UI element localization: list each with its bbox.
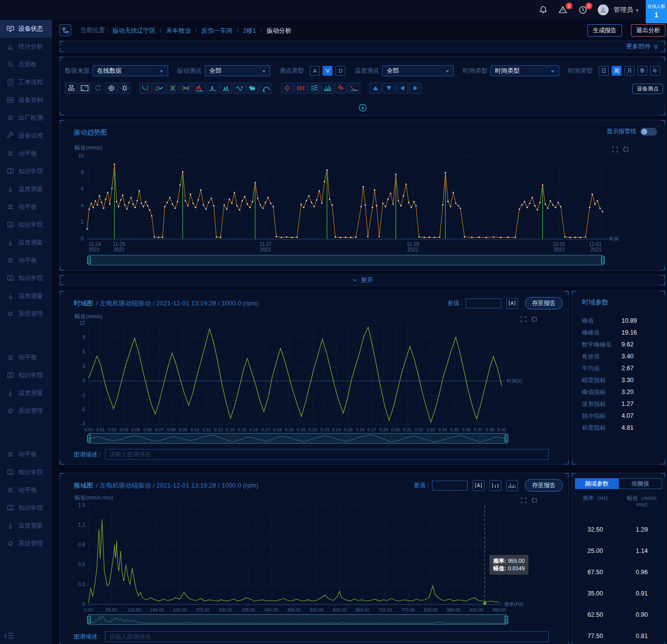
alarm-line-toggle[interactable] bbox=[640, 128, 657, 136]
sidebar-item-动平衡[interactable]: 动平衡 bbox=[0, 481, 52, 499]
temp-point-select[interactable]: 全部∨ bbox=[382, 65, 454, 76]
time-range-季[interactable]: 季 bbox=[637, 66, 647, 76]
sidebar-item-知识学院[interactable]: 知识学院 bbox=[0, 269, 52, 287]
more-widgets-bar[interactable]: 更多部件 bbox=[59, 41, 666, 52]
sidebar-item-知识学院[interactable]: 知识学院 bbox=[0, 499, 52, 517]
sidebar-item-温度测量[interactable]: 温度测量 bbox=[0, 384, 52, 402]
datazoom-right-handle[interactable] bbox=[505, 616, 508, 623]
generate-report-button[interactable]: 生成报告 bbox=[587, 24, 622, 37]
time-type-select[interactable]: 时间类型∨ bbox=[490, 65, 559, 76]
tab-倍频值[interactable]: 倍频值 bbox=[619, 478, 662, 489]
breadcrumb-item[interactable]: 振动分析 bbox=[267, 27, 291, 34]
sidebar-item-知识学院[interactable]: 知识学院 bbox=[0, 216, 52, 234]
point-type-D[interactable]: D bbox=[335, 66, 345, 76]
device-point-button[interactable]: 设备测点 bbox=[632, 84, 663, 94]
freq-desc-input[interactable] bbox=[105, 631, 549, 642]
breadcrumb-item[interactable]: 禾丰牧业 bbox=[166, 27, 191, 34]
undo-icon[interactable] bbox=[260, 83, 272, 94]
trend-datazoom[interactable] bbox=[89, 255, 603, 265]
time-desc-input[interactable] bbox=[105, 449, 549, 460]
expand-bar[interactable]: 展开 bbox=[59, 275, 666, 286]
spec1-icon[interactable] bbox=[206, 83, 219, 94]
sidebar-item-点巡检[interactable]: 点巡检 bbox=[0, 55, 52, 73]
sidebar-item-系统管理[interactable]: 系统管理 bbox=[0, 402, 52, 420]
alarm-warning-icon[interactable]: 2 bbox=[558, 5, 568, 15]
sidebar-item-知识学院[interactable]: 知识学院 bbox=[0, 463, 52, 481]
time-datazoom[interactable] bbox=[89, 433, 507, 444]
breadcrumb-item[interactable]: 振动无忧辽宁区 bbox=[112, 27, 156, 34]
time-domain-chart[interactable]: 129630-3-6-90.000.010.020.030.050.060.07… bbox=[75, 320, 570, 436]
harmonic-cursor-icon[interactable] bbox=[489, 480, 501, 491]
sidebar-item-系统管理[interactable]: 系统管理 bbox=[0, 535, 52, 552]
envelope-icon[interactable] bbox=[153, 83, 165, 94]
sidebar-item-出厂检测[interactable]: 出厂检测 bbox=[0, 109, 52, 127]
basket-icon[interactable] bbox=[65, 83, 77, 94]
vibbars-icon[interactable] bbox=[294, 83, 307, 94]
datazoom-left-handle[interactable] bbox=[87, 616, 91, 623]
cursor-marker-icon[interactable] bbox=[506, 298, 518, 309]
point-type-V[interactable]: V bbox=[323, 66, 333, 76]
avatar[interactable] bbox=[598, 4, 609, 15]
sidebar-item-知识学院[interactable]: 知识学院 bbox=[0, 162, 52, 180]
time-range-年[interactable]: 年 bbox=[650, 66, 660, 76]
save-to-report-button[interactable]: 存至报告 bbox=[525, 479, 563, 492]
fit-icon[interactable] bbox=[78, 83, 91, 94]
sidebar-item-统计分析[interactable]: 统计分析 bbox=[0, 38, 52, 55]
datazoom-left-handle[interactable] bbox=[87, 435, 91, 442]
sidebar-item-工单流程[interactable]: 工单流程 bbox=[0, 73, 52, 91]
sidebar-item-动平衡[interactable]: 动平衡 bbox=[0, 251, 52, 269]
restore-icon[interactable] bbox=[622, 146, 629, 153]
sidebar-item-动平衡[interactable]: 动平衡 bbox=[0, 446, 52, 463]
orbit1-icon[interactable] bbox=[166, 83, 179, 94]
shaft-icon[interactable] bbox=[281, 83, 293, 94]
notification-bell-icon[interactable] bbox=[538, 5, 548, 15]
peakov-icon[interactable] bbox=[193, 83, 205, 94]
navdown-icon[interactable] bbox=[382, 83, 395, 94]
impulse-icon[interactable] bbox=[334, 83, 347, 94]
datazoom-right-handle[interactable] bbox=[601, 256, 605, 264]
datazoom-left-handle[interactable] bbox=[87, 256, 91, 264]
exit-analysis-button[interactable]: 退出分析 bbox=[631, 24, 666, 37]
collapse-sidebar-icon[interactable] bbox=[4, 631, 15, 640]
diff-input[interactable] bbox=[432, 481, 468, 491]
device-tree-icon[interactable] bbox=[59, 24, 71, 36]
save-to-report-button[interactable]: 存至报告 bbox=[525, 297, 563, 309]
sidebar-item-温度测量[interactable]: 温度测量 bbox=[0, 180, 52, 198]
time-range-周[interactable]: 周 bbox=[612, 66, 621, 76]
lowpass-icon[interactable] bbox=[140, 83, 152, 94]
tab-频域参数[interactable]: 频域参数 bbox=[575, 478, 619, 489]
pulse-icon[interactable] bbox=[246, 83, 259, 94]
sidebar-item-温度测量[interactable]: 温度测量 bbox=[0, 287, 52, 305]
collapse-panel-icon[interactable] bbox=[358, 103, 367, 112]
cursor-marker-icon[interactable] bbox=[473, 480, 484, 491]
orbit2-icon[interactable] bbox=[180, 83, 192, 94]
waterfall-icon[interactable] bbox=[308, 83, 320, 94]
gearbig-icon[interactable] bbox=[118, 83, 131, 94]
trenddn-icon[interactable] bbox=[348, 83, 360, 94]
specbars-icon[interactable] bbox=[321, 83, 334, 94]
time-range-日[interactable]: 日 bbox=[599, 66, 609, 76]
navright-icon[interactable] bbox=[409, 83, 422, 94]
user-name[interactable]: 管理员 bbox=[614, 5, 633, 14]
sidebar-item-知识学院[interactable]: 知识学院 bbox=[0, 366, 52, 384]
waveloop-icon[interactable] bbox=[233, 83, 245, 94]
history-clock-icon[interactable]: 2 bbox=[578, 5, 588, 15]
spec2-icon[interactable] bbox=[220, 83, 232, 94]
expand-label[interactable]: 展开 bbox=[361, 277, 373, 284]
navleft-icon[interactable] bbox=[396, 83, 408, 94]
vibration-point-select[interactable]: 全部∨ bbox=[205, 65, 271, 76]
point-type-A[interactable]: A bbox=[310, 66, 320, 76]
breadcrumb-item[interactable]: 2楼1 bbox=[243, 27, 256, 34]
time-range-月[interactable]: 月 bbox=[624, 66, 634, 76]
trend-chart[interactable]: 108642011-24202111-25202111-27202111-292… bbox=[75, 151, 619, 252]
datazoom-right-handle[interactable] bbox=[505, 435, 508, 442]
sidebar-item-系统管理[interactable]: 系统管理 bbox=[0, 305, 52, 323]
breadcrumb-item[interactable]: 反刍一车间 bbox=[201, 27, 233, 34]
sidebar-item-动平衡[interactable]: 动平衡 bbox=[0, 348, 52, 366]
sidebar-item-温度测量[interactable]: 温度测量 bbox=[0, 517, 52, 535]
sidebar-item-设备运维[interactable]: 设备运维 bbox=[0, 127, 52, 145]
navup-icon[interactable] bbox=[369, 83, 381, 94]
sidebar-item-设备状态[interactable]: 设备状态 bbox=[0, 20, 52, 38]
sidebar-item-动平衡[interactable]: 动平衡 bbox=[0, 145, 52, 162]
sidebar-item-温度测量[interactable]: 温度测量 bbox=[0, 234, 52, 251]
